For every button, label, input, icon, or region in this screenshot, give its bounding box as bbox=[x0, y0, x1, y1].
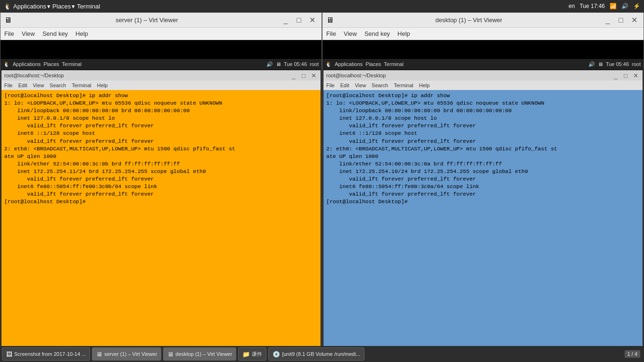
right-term-menu-edit[interactable]: Edit bbox=[340, 82, 349, 88]
right-close-button[interactable]: ✕ bbox=[628, 15, 640, 26]
applications-menu[interactable]: Applications ▾ bbox=[13, 3, 50, 10]
taskbar-item-volume[interactable]: 💿 [unit9 (8.1 GB Volume /run/medi... bbox=[268, 347, 364, 361]
left-vm-places[interactable]: Places bbox=[43, 61, 59, 67]
right-vm-topbar-left: 🐧 Applications Places Terminal bbox=[325, 61, 404, 67]
system-bar-left: 🐧 Applications ▾ Places ▾ Terminal bbox=[4, 3, 100, 10]
right-menu-help[interactable]: Help bbox=[397, 30, 410, 37]
right-menu-file[interactable]: File bbox=[326, 30, 336, 37]
right-terminal-title: root@localhost:~/Desktop bbox=[326, 73, 386, 78]
right-term-menu-search[interactable]: Search bbox=[372, 82, 388, 88]
right-vm-screen-icon: 🖥 bbox=[598, 61, 603, 67]
taskbar-server-label: server (1) – Virt Viewer bbox=[104, 351, 157, 357]
applications-arrow: ▾ bbox=[47, 3, 50, 10]
right-vm-user: root bbox=[632, 61, 641, 67]
right-terminal-container: root@localhost:~/Desktop _ □ ✕ File Edit… bbox=[323, 70, 643, 350]
taskbar-item-desktop[interactable]: 🖥 desktop (1) – Virt Viewer bbox=[163, 347, 236, 361]
system-bar: 🐧 Applications ▾ Places ▾ Terminal en Tu… bbox=[0, 0, 644, 12]
right-terminal-text: [root@localhost Desktop]# ip addr show 1… bbox=[326, 92, 640, 206]
applications-label: Applications bbox=[13, 3, 46, 10]
left-terminal-menubar: File Edit View Search Terminal Help bbox=[1, 81, 321, 90]
taskbar-item-screenshot[interactable]: 🖼 Screenshot from 2017-10-14 ... bbox=[2, 347, 90, 361]
taskbar-item-files[interactable]: 📁 课件 bbox=[238, 347, 266, 361]
right-term-maximize[interactable]: □ bbox=[621, 71, 630, 80]
system-time: Tue 17:46 bbox=[579, 3, 605, 9]
os-taskbar: 🖼 Screenshot from 2017-10-14 ... 🖥 serve… bbox=[0, 346, 644, 362]
right-term-minimize[interactable]: _ bbox=[611, 71, 620, 80]
taskbar-desktop-label: desktop (1) – Virt Viewer bbox=[175, 351, 232, 357]
right-virt-controls: _ □ ✕ bbox=[602, 15, 640, 26]
left-vm-sound-icon: 🔊 bbox=[266, 61, 273, 67]
left-vm-apps[interactable]: Applications bbox=[13, 61, 41, 67]
right-term-menu-terminal[interactable]: Terminal bbox=[394, 82, 413, 88]
left-vm-user: root bbox=[310, 61, 319, 67]
right-virt-menubar: File View Send key Help bbox=[322, 28, 644, 40]
right-vm-topbar: 🐧 Applications Places Terminal 🔊 🖥 Tue 0… bbox=[322, 59, 644, 69]
left-term-menu-search[interactable]: Search bbox=[50, 82, 66, 88]
taskbar-item-server[interactable]: 🖥 server (1) – Virt Viewer bbox=[92, 347, 161, 361]
left-term-menu-view[interactable]: View bbox=[33, 82, 44, 88]
left-terminal-controls: _ □ ✕ bbox=[289, 71, 318, 80]
files-icon: 📁 bbox=[242, 351, 250, 358]
left-virt-titlebar: 🖥 server (1) – Virt Viewer _ □ ✕ bbox=[0, 13, 322, 28]
right-term-menu-help[interactable]: Help bbox=[419, 82, 430, 88]
right-vm-places[interactable]: Places bbox=[365, 61, 381, 67]
left-menu-view[interactable]: View bbox=[22, 30, 35, 37]
right-maximize-button[interactable]: □ bbox=[615, 15, 627, 26]
left-menu-help[interactable]: Help bbox=[75, 30, 88, 37]
left-term-menu-file[interactable]: File bbox=[4, 82, 13, 88]
right-terminal-titlebar: root@localhost:~/Desktop _ □ ✕ bbox=[323, 70, 643, 81]
volume-icon: 💿 bbox=[272, 351, 280, 358]
right-vm-apps[interactable]: Applications bbox=[335, 61, 363, 67]
left-term-menu-terminal[interactable]: Terminal bbox=[72, 82, 91, 88]
left-vm-time: Tue 05:46 bbox=[284, 61, 307, 67]
right-vm-sound-icon: 🔊 bbox=[588, 61, 595, 67]
right-vm-tux-icon: 🐧 bbox=[325, 61, 332, 67]
left-vm-desktop: 🐧 Applications Places Terminal 🔊 🖥 Tue 0… bbox=[0, 40, 322, 362]
desktop-viewer-icon: 🖥 bbox=[167, 351, 173, 358]
right-term-close[interactable]: ✕ bbox=[631, 71, 640, 80]
right-menu-view[interactable]: View bbox=[344, 30, 357, 37]
right-virt-icon: 🖥 bbox=[326, 16, 336, 25]
taskbar-files-label: 课件 bbox=[252, 351, 262, 358]
right-vm-time: Tue 05:46 bbox=[606, 61, 629, 67]
right-vm-topbar-right: 🔊 🖥 Tue 05:46 root bbox=[588, 61, 641, 67]
right-virt-title: desktop (1) – Virt Viewer bbox=[336, 16, 602, 24]
left-vm-topbar-right: 🔊 🖥 Tue 05:46 root bbox=[266, 61, 319, 67]
terminal-menu[interactable]: Terminal bbox=[77, 3, 100, 10]
left-close-button[interactable]: ✕ bbox=[306, 15, 318, 26]
left-term-menu-help[interactable]: Help bbox=[97, 82, 108, 88]
right-term-menu-view[interactable]: View bbox=[355, 82, 366, 88]
right-virt-titlebar: 🖥 desktop (1) – Virt Viewer _ □ ✕ bbox=[322, 13, 644, 28]
left-vm-tux-icon: 🐧 bbox=[3, 61, 10, 67]
right-menu-sendkey[interactable]: Send key bbox=[364, 30, 390, 37]
left-term-maximize[interactable]: □ bbox=[299, 71, 308, 80]
screenshot-icon: 🖼 bbox=[6, 351, 12, 358]
left-minimize-button[interactable]: _ bbox=[280, 15, 291, 26]
right-terminal-content[interactable]: [root@localhost Desktop]# ip addr show 1… bbox=[323, 90, 643, 350]
right-vm-desktop: 🐧 Applications Places Terminal 🔊 🖥 Tue 0… bbox=[322, 40, 644, 362]
taskbar-screenshot-label: Screenshot from 2017-10-14 ... bbox=[14, 351, 86, 357]
places-menu[interactable]: Places ▾ bbox=[52, 3, 75, 10]
left-menu-sendkey[interactable]: Send key bbox=[42, 30, 68, 37]
left-term-close[interactable]: ✕ bbox=[309, 71, 318, 80]
left-vm-terminal[interactable]: Terminal bbox=[62, 61, 82, 67]
left-virt-menubar: File View Send key Help bbox=[0, 28, 322, 40]
left-term-minimize[interactable]: _ bbox=[289, 71, 298, 80]
system-lang: en bbox=[569, 3, 575, 9]
left-menu-file[interactable]: File bbox=[4, 30, 14, 37]
left-maximize-button[interactable]: □ bbox=[293, 15, 305, 26]
right-terminal-controls: _ □ ✕ bbox=[611, 71, 640, 80]
left-term-menu-edit[interactable]: Edit bbox=[18, 82, 27, 88]
system-app-icon: 🐧 bbox=[4, 3, 11, 10]
terminal-label: Terminal bbox=[77, 3, 100, 10]
right-term-menu-file[interactable]: File bbox=[326, 82, 335, 88]
right-minimize-button[interactable]: _ bbox=[602, 15, 613, 26]
left-virt-title: server (1) – Virt Viewer bbox=[14, 16, 280, 24]
places-label: Places bbox=[52, 3, 71, 10]
left-vm-topbar-left: 🐧 Applications Places Terminal bbox=[3, 61, 82, 67]
left-terminal-content[interactable]: [root@localhost Desktop]# ip addr show 1… bbox=[1, 90, 321, 350]
left-virt-icon: 🖥 bbox=[4, 16, 14, 25]
viewers-container: 🖥 server (1) – Virt Viewer _ □ ✕ File Vi… bbox=[0, 12, 644, 362]
right-vm-black-area bbox=[322, 40, 644, 59]
right-vm-terminal[interactable]: Terminal bbox=[384, 61, 404, 67]
